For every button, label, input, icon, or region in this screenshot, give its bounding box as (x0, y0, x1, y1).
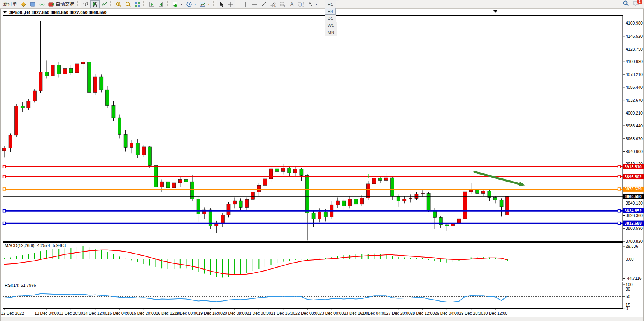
time-tick-label: 19 Dec 16:00 (198, 311, 223, 316)
timeframe-h1[interactable]: H1 (325, 1, 336, 8)
rsi-axis-label: 100 (626, 282, 633, 287)
line-handle[interactable] (618, 210, 621, 212)
macd-axis-label: -44.7116 (626, 276, 642, 280)
price-tick-label: 3986.440 (626, 123, 643, 128)
price-level-badge: 3913.810 (623, 164, 644, 169)
price-tick-label: 4123.750 (626, 47, 643, 51)
zoom-in-icon[interactable] (114, 0, 123, 8)
price-level-badge: 3834.852 (623, 208, 644, 213)
time-tick-label: 14 Dec 12:00 (83, 311, 107, 316)
rsi-axis-label: 50 (626, 294, 630, 299)
toolbar-grip (237, 1, 239, 7)
autotrading-button[interactable]: 自动交易 (47, 0, 76, 8)
time-tick-label: 22 Dec 08:00 (295, 311, 320, 316)
rsi-axis-label: 0 (626, 306, 628, 311)
line-handle[interactable] (3, 188, 6, 190)
timeframe-h4[interactable]: H4 (325, 8, 336, 15)
time-tick-label: 20 Dec 08:00 (223, 311, 247, 316)
data-window-icon[interactable] (28, 0, 37, 8)
line-handle[interactable] (3, 165, 6, 168)
trendline-icon[interactable] (259, 0, 268, 8)
bar-chart-icon[interactable] (81, 0, 90, 8)
periods-clock-icon[interactable]: ▼ (184, 0, 198, 8)
chart-title-ohlc: SP500-,H4 3827.850 3861.850 3827.050 386… (9, 10, 107, 15)
macd-axis-label: 0.00 (626, 257, 634, 261)
price-level-badge: 3860.550 (623, 194, 644, 199)
macd-axis-label: 29.836 (626, 244, 638, 249)
main-toolbar: 新订单 自动交易 (0, 0, 644, 9)
svg-text:3873.639: 3873.639 (625, 187, 642, 191)
text-label-icon[interactable]: T (297, 0, 306, 8)
auto-scroll-icon[interactable] (147, 0, 156, 8)
price-tick-label: 3826.360 (626, 213, 643, 218)
svg-text:3860.550: 3860.550 (625, 194, 642, 199)
market-watch-icon[interactable] (19, 0, 28, 8)
line-handle[interactable] (618, 222, 621, 225)
timeframe-d1[interactable]: D1 (325, 15, 336, 22)
price-pane[interactable] (3, 16, 623, 242)
search-icon[interactable] (623, 0, 629, 8)
toolbar-grip (143, 1, 146, 7)
price-tick-label: 4078.210 (626, 72, 643, 77)
svg-text:A: A (290, 2, 293, 7)
tile-windows-icon[interactable] (133, 0, 142, 8)
time-tick-label: 29 Dec 04:00 (435, 311, 459, 316)
line-chart-icon[interactable] (100, 0, 109, 8)
timeframe-buttons: M1M5M15M30H1H4D1W1MN (325, 0, 339, 36)
chart-canvas[interactable]: SP500-,H4 3827.850 3861.850 3827.050 386… (0, 0, 644, 321)
text-icon[interactable]: A (287, 0, 297, 8)
chevron-down-icon: ▼ (315, 3, 318, 5)
chart-shift-icon[interactable] (156, 0, 166, 8)
time-tick-label: 28 Dec 12:00 (411, 311, 435, 316)
rsi-pane[interactable] (3, 282, 623, 309)
timeframe-w1[interactable]: W1 (325, 22, 337, 29)
candle (15, 104, 18, 137)
svg-text:3913.810: 3913.810 (625, 164, 642, 169)
price-tick-label: 3849.130 (626, 201, 643, 205)
new-order-button[interactable]: 新订单 (2, 0, 19, 8)
fibonacci-icon[interactable]: F (278, 0, 287, 8)
timeframe-mn[interactable]: MN (325, 29, 337, 36)
macd-pane[interactable] (3, 243, 623, 281)
candle (33, 89, 36, 103)
line-handle[interactable] (3, 175, 6, 178)
indicators-add-icon[interactable]: ▼ (171, 0, 184, 8)
chat-icon[interactable]: 1 (633, 0, 640, 8)
time-tick-label: 19 Dec 00:00 (174, 311, 198, 316)
time-tick-label: 13 Dec 20:00 (59, 311, 83, 316)
candle (427, 192, 430, 212)
chat-badge: 1 (637, 0, 642, 4)
price-tick-label: 4032.670 (626, 98, 643, 102)
time-tick-label: 21 Dec 00:00 (247, 311, 271, 316)
svg-text:E: E (274, 5, 276, 7)
time-tick-label: 12 Dec 2022 (1, 311, 24, 316)
price-tick-label: 3780.820 (626, 239, 643, 243)
vertical-line-icon[interactable] (240, 0, 250, 8)
toolbar-grip (110, 1, 113, 7)
toolbar-grip (167, 1, 170, 7)
candle (105, 86, 109, 108)
horizontal-line-icon[interactable] (250, 0, 259, 8)
line-handle[interactable] (3, 222, 6, 225)
line-handle[interactable] (618, 175, 621, 178)
svg-text:3895.802: 3895.802 (625, 175, 642, 179)
line-handle[interactable] (618, 165, 621, 168)
time-tick-label: 27 Dec 04:00 (362, 311, 386, 316)
rsi-label: RSI(14) 51.7976 (5, 283, 36, 287)
autotrading-label: 自动交易 (56, 1, 74, 7)
crosshair-icon[interactable] (226, 0, 235, 8)
line-handle[interactable] (3, 210, 6, 212)
candlestick-chart-icon[interactable] (90, 0, 100, 8)
signals-icon[interactable] (37, 0, 47, 8)
macd-label: MACD(12,26,9) -4.2574 -5.9463 (5, 243, 66, 248)
arrows-shapes-icon[interactable]: ▼ (306, 0, 319, 8)
rsi-axis-label: 80 (626, 287, 630, 291)
price-tick-label: 4146.520 (626, 34, 643, 39)
cursor-icon[interactable] (217, 0, 226, 8)
candle (93, 74, 97, 95)
zoom-out-icon[interactable] (123, 0, 133, 8)
toolbar-grip (213, 1, 216, 7)
equidistant-channel-icon[interactable]: E (268, 0, 278, 8)
line-handle[interactable] (618, 188, 621, 190)
templates-icon[interactable]: ▼ (198, 0, 212, 8)
